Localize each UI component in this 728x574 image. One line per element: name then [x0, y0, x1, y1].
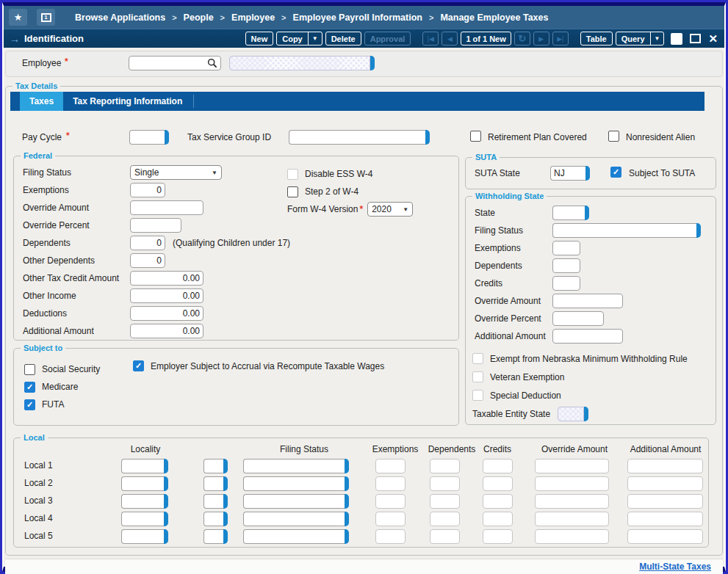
exemptions-input[interactable] — [375, 494, 406, 509]
copy-menu-button[interactable]: ▼ — [308, 32, 322, 45]
locality-input[interactable] — [121, 476, 164, 491]
favorite-button[interactable]: ★ — [9, 9, 27, 26]
form-w4-version-select[interactable]: 2020▼ — [367, 202, 413, 217]
additional-amount-input[interactable] — [130, 324, 203, 338]
field-expand-handle[interactable] — [223, 459, 228, 473]
dependents-input[interactable] — [430, 529, 460, 544]
filing-status-input[interactable] — [243, 476, 345, 491]
exemptions-input[interactable] — [375, 529, 406, 544]
override-amount-input[interactable] — [535, 494, 609, 509]
dependents-input[interactable] — [430, 494, 460, 509]
field-expand-handle[interactable] — [585, 206, 589, 220]
field-expand-handle[interactable] — [164, 529, 168, 544]
breadcrumb-item[interactable]: Manage Employee Taxes — [440, 12, 548, 23]
table-button[interactable]: Table — [580, 32, 613, 46]
field-expand-handle[interactable] — [696, 223, 701, 238]
tax-service-group-id-input[interactable] — [289, 130, 425, 145]
field-expand-handle[interactable] — [223, 494, 228, 509]
filing-status-input[interactable] — [243, 494, 345, 509]
locality-input[interactable] — [121, 459, 164, 473]
exemptions-input[interactable] — [375, 459, 406, 473]
multi-state-taxes-link[interactable]: Multi-State Taxes — [639, 562, 711, 572]
maximize-button[interactable] — [690, 34, 701, 43]
medicare-checkbox[interactable] — [24, 382, 35, 393]
panel-toggle-button[interactable] — [671, 33, 682, 45]
credits-input[interactable] — [483, 529, 513, 544]
additional-amount-input[interactable] — [627, 494, 703, 509]
breadcrumb-item[interactable]: Employee — [231, 12, 275, 23]
field-expand-handle[interactable] — [165, 130, 169, 145]
nonresident-alien-checkbox[interactable] — [608, 131, 619, 142]
field-expand-handle[interactable] — [223, 476, 228, 491]
field-expand-handle[interactable] — [164, 494, 168, 509]
breadcrumb-item[interactable]: Browse Applications — [75, 12, 165, 23]
field-expand-handle[interactable] — [164, 459, 168, 473]
additional-amount-input[interactable] — [552, 329, 623, 344]
breadcrumb-item[interactable]: People — [184, 12, 214, 23]
filing-status-input[interactable] — [243, 529, 345, 544]
additional-amount-input[interactable] — [627, 529, 703, 544]
override-amount-input[interactable] — [535, 512, 609, 526]
field-expand-handle[interactable] — [425, 130, 430, 145]
step-2-of-w4-checkbox[interactable] — [287, 186, 298, 197]
deductions-input[interactable] — [130, 306, 203, 321]
tab-taxes[interactable]: Taxes — [20, 92, 63, 111]
copy-button[interactable]: Copy — [277, 32, 308, 45]
override-percent-input[interactable] — [130, 218, 181, 233]
override-amount-input[interactable] — [535, 476, 609, 491]
other-dependents-input[interactable] — [130, 253, 165, 268]
field-expand-handle[interactable] — [585, 166, 590, 181]
locality-input[interactable] — [121, 529, 164, 544]
breadcrumb-item[interactable]: Employee Payroll Information — [293, 12, 422, 23]
exemptions-input[interactable] — [375, 512, 406, 526]
social-security-checkbox[interactable] — [24, 364, 35, 375]
futa-checkbox[interactable] — [24, 399, 35, 410]
field-expand-handle[interactable] — [345, 512, 349, 526]
query-menu-button[interactable]: ▼ — [650, 32, 664, 45]
field-expand-handle[interactable] — [164, 476, 168, 491]
field-expand-handle[interactable] — [345, 529, 349, 544]
exemptions-input[interactable] — [375, 476, 406, 491]
override-percent-input[interactable] — [552, 311, 604, 326]
override-amount-input[interactable] — [552, 294, 623, 308]
credits-input[interactable] — [483, 459, 513, 473]
locality-input[interactable] — [121, 512, 164, 526]
override-amount-input[interactable] — [535, 459, 609, 473]
field-expand-handle[interactable] — [223, 529, 228, 544]
filing-status-select[interactable]: Single▼ — [130, 165, 222, 180]
dependents-input[interactable] — [430, 512, 460, 526]
window-count-button[interactable]: 1 — [37, 9, 55, 26]
field-expand-handle[interactable] — [345, 459, 349, 473]
locality-state-input[interactable] — [203, 476, 223, 491]
dependents-input[interactable] — [430, 459, 460, 473]
filing-status-input[interactable] — [243, 512, 345, 526]
locality-state-input[interactable] — [203, 459, 223, 473]
retirement-plan-covered-checkbox[interactable] — [470, 131, 481, 142]
credits-input[interactable] — [552, 276, 580, 291]
employer-accrual-checkbox[interactable] — [133, 360, 144, 371]
field-expand-handle[interactable] — [345, 494, 349, 509]
locality-input[interactable] — [121, 494, 164, 509]
pay-cycle-input[interactable] — [129, 130, 165, 145]
dependents-input[interactable] — [130, 236, 165, 250]
override-amount-input[interactable] — [535, 529, 609, 544]
new-button[interactable]: New — [245, 32, 274, 46]
close-button[interactable]: ✕ — [708, 32, 718, 46]
additional-amount-input[interactable] — [627, 459, 703, 473]
locality-state-input[interactable] — [203, 494, 223, 509]
field-expand-handle[interactable] — [223, 512, 228, 526]
credits-input[interactable] — [483, 476, 513, 491]
dependents-input[interactable] — [430, 476, 460, 491]
search-icon[interactable] — [207, 58, 217, 68]
other-tax-credit-amount-input[interactable] — [130, 271, 203, 286]
delete-button[interactable]: Delete — [325, 32, 361, 46]
subject-to-suta-checkbox[interactable] — [610, 167, 621, 178]
other-income-input[interactable] — [130, 288, 203, 303]
additional-amount-input[interactable] — [627, 512, 703, 526]
dependents-input[interactable] — [552, 258, 580, 273]
locality-state-input[interactable] — [203, 512, 223, 526]
field-expand-handle[interactable] — [164, 512, 168, 526]
additional-amount-input[interactable] — [627, 476, 703, 491]
field-expand-handle[interactable] — [345, 476, 349, 491]
suta-state-input[interactable] — [550, 166, 585, 181]
